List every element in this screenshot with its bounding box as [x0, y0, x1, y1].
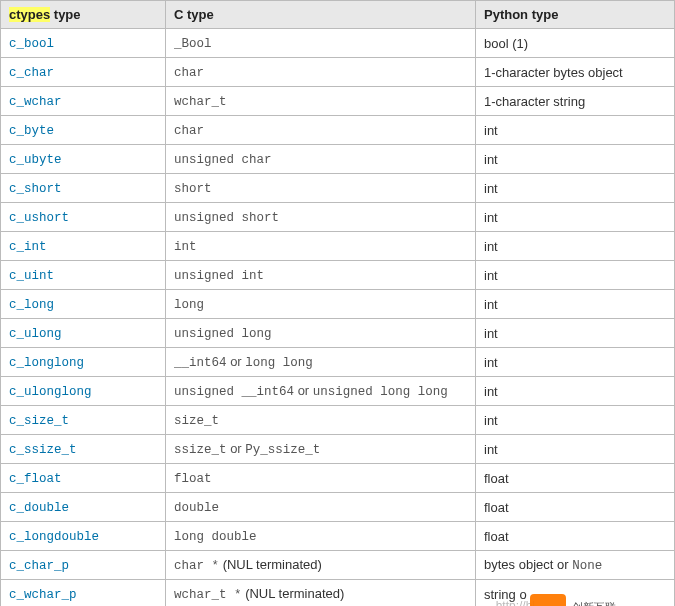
watermark-logo: CX 创新互联 CHUANG XIN HU LIAN [530, 594, 665, 606]
cell-c-type: float [166, 464, 476, 493]
cell-ctypes-type: c_char [1, 58, 166, 87]
ctypes-link[interactable]: c_ulong [9, 327, 62, 341]
ctypes-link[interactable]: c_uint [9, 269, 54, 283]
cell-ctypes-type: c_ubyte [1, 145, 166, 174]
cell-c-type: ssize_t or Py_ssize_t [166, 435, 476, 464]
cell-c-type: short [166, 174, 476, 203]
cell-c-type: unsigned char [166, 145, 476, 174]
ctypes-link[interactable]: c_ushort [9, 211, 69, 225]
cell-python-type: int [476, 406, 675, 435]
cell-ctypes-type: c_char_p [1, 551, 166, 580]
cell-c-type: wchar_t * (NUL terminated) [166, 580, 476, 607]
table-row: c_bytecharint [1, 116, 675, 145]
header-python-type: Python type [476, 1, 675, 29]
cell-python-type: bool (1) [476, 29, 675, 58]
cell-ctypes-type: c_ulong [1, 319, 166, 348]
cell-python-type: int [476, 319, 675, 348]
cell-ctypes-type: c_bool [1, 29, 166, 58]
cell-c-type: unsigned int [166, 261, 476, 290]
cell-ctypes-type: c_double [1, 493, 166, 522]
table-row: c_char_pchar * (NUL terminated)bytes obj… [1, 551, 675, 580]
table-row: c_floatfloatfloat [1, 464, 675, 493]
cell-c-type: unsigned __int64 or unsigned long long [166, 377, 476, 406]
ctypes-link[interactable]: c_size_t [9, 414, 69, 428]
ctypes-link[interactable]: c_float [9, 472, 62, 486]
cell-ctypes-type: c_float [1, 464, 166, 493]
ctypes-link[interactable]: c_longdouble [9, 530, 99, 544]
cell-ctypes-type: c_longlong [1, 348, 166, 377]
ctypes-link[interactable]: c_double [9, 501, 69, 515]
ctypes-link[interactable]: c_longlong [9, 356, 84, 370]
ctypes-link[interactable]: c_byte [9, 124, 54, 138]
cell-ctypes-type: c_wchar_p [1, 580, 166, 607]
ctypes-link[interactable]: c_wchar_p [9, 588, 77, 602]
header-c-type: C type [166, 1, 476, 29]
cell-python-type: int [476, 203, 675, 232]
cell-c-type: int [166, 232, 476, 261]
cell-c-type: __int64 or long long [166, 348, 476, 377]
ctypes-link[interactable]: c_long [9, 298, 54, 312]
ctypes-table: ctypes type C type Python type c_bool_Bo… [0, 0, 675, 606]
cell-ctypes-type: c_size_t [1, 406, 166, 435]
table-row: c_longdoublelong doublefloat [1, 522, 675, 551]
table-row: c_longlong__int64 or long longint [1, 348, 675, 377]
cell-ctypes-type: c_int [1, 232, 166, 261]
header-ctypes-type: ctypes type [1, 1, 166, 29]
ctypes-link[interactable]: c_ubyte [9, 153, 62, 167]
ctypes-link[interactable]: c_short [9, 182, 62, 196]
cell-python-type: 1-character string [476, 87, 675, 116]
cell-python-type: int [476, 435, 675, 464]
table-row: c_size_tsize_tint [1, 406, 675, 435]
cell-c-type: long [166, 290, 476, 319]
watermark-badge: CX [530, 594, 566, 606]
table-header-row: ctypes type C type Python type [1, 1, 675, 29]
cell-ctypes-type: c_ssize_t [1, 435, 166, 464]
table-row: c_wcharwchar_t1-character string [1, 87, 675, 116]
cell-ctypes-type: c_wchar [1, 87, 166, 116]
cell-python-type: int [476, 232, 675, 261]
cell-python-type: int [476, 261, 675, 290]
ctypes-link[interactable]: c_char_p [9, 559, 69, 573]
cell-python-type: int [476, 377, 675, 406]
cell-c-type: unsigned short [166, 203, 476, 232]
table-row: c_bool_Boolbool (1) [1, 29, 675, 58]
table-row: c_intintint [1, 232, 675, 261]
ctypes-link[interactable]: c_wchar [9, 95, 62, 109]
ctypes-link[interactable]: c_char [9, 66, 54, 80]
table-row: c_ubyteunsigned charint [1, 145, 675, 174]
cell-ctypes-type: c_longdouble [1, 522, 166, 551]
cell-python-type: int [476, 116, 675, 145]
cell-python-type: float [476, 464, 675, 493]
cell-python-type: 1-character bytes object [476, 58, 675, 87]
cell-ctypes-type: c_ushort [1, 203, 166, 232]
cell-python-type: int [476, 174, 675, 203]
cell-c-type: wchar_t [166, 87, 476, 116]
cell-c-type: _Bool [166, 29, 476, 58]
cell-ctypes-type: c_short [1, 174, 166, 203]
cell-python-type: bytes object or None [476, 551, 675, 580]
cell-python-type: int [476, 145, 675, 174]
table-row: c_ssize_tssize_t or Py_ssize_tint [1, 435, 675, 464]
cell-python-type: float [476, 493, 675, 522]
cell-c-type: char [166, 58, 476, 87]
table-row: c_longlongint [1, 290, 675, 319]
table-row: c_shortshortint [1, 174, 675, 203]
cell-c-type: unsigned long [166, 319, 476, 348]
cell-c-type: double [166, 493, 476, 522]
cell-c-type: char * (NUL terminated) [166, 551, 476, 580]
table-row: c_ushortunsigned shortint [1, 203, 675, 232]
watermark-text: 创新互联 CHUANG XIN HU LIAN [572, 601, 665, 606]
cell-python-type: int [476, 290, 675, 319]
table-row: c_charchar1-character bytes object [1, 58, 675, 87]
cell-c-type: size_t [166, 406, 476, 435]
cell-c-type: char [166, 116, 476, 145]
ctypes-link[interactable]: c_int [9, 240, 47, 254]
ctypes-link[interactable]: c_ssize_t [9, 443, 77, 457]
cell-ctypes-type: c_long [1, 290, 166, 319]
ctypes-link[interactable]: c_bool [9, 37, 54, 51]
table-row: c_ulonglongunsigned __int64 or unsigned … [1, 377, 675, 406]
ctypes-link[interactable]: c_ulonglong [9, 385, 92, 399]
cell-ctypes-type: c_ulonglong [1, 377, 166, 406]
table-row: c_doubledoublefloat [1, 493, 675, 522]
cell-ctypes-type: c_uint [1, 261, 166, 290]
